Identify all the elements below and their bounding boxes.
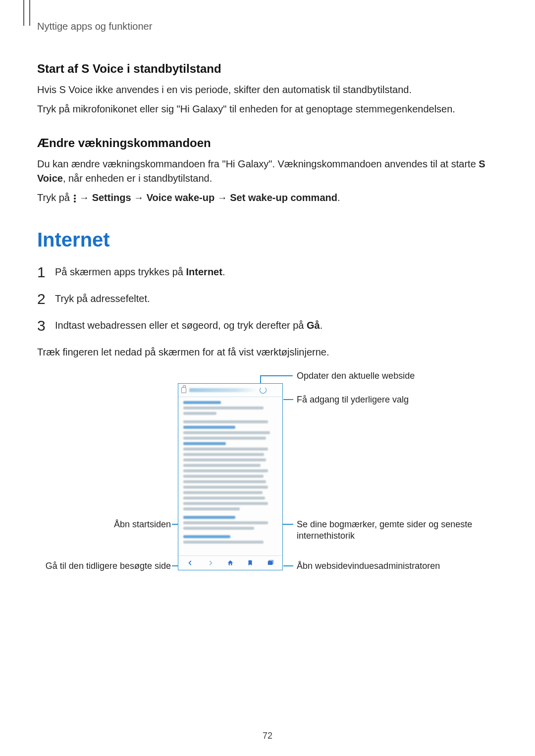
text-strong: Settings xyxy=(92,192,131,203)
callout-home: Åbn startsiden xyxy=(37,519,171,530)
callout-more-options: Få adgang til yderligere valg xyxy=(297,394,409,405)
callout-line xyxy=(260,375,293,376)
refresh-icon xyxy=(260,387,267,394)
more-options-icon xyxy=(74,195,76,202)
text-strong: Set wake-up command xyxy=(230,192,337,203)
callout-back: Gå til den tidligere besøgte side xyxy=(37,560,171,572)
browser-address-bar xyxy=(178,384,282,397)
step-1: På skærmen apps trykkes på Internet. xyxy=(37,265,498,279)
text-strong: Internet xyxy=(186,266,222,277)
page-number: 72 xyxy=(0,731,535,741)
step-3: Indtast webadressen eller et søgeord, og… xyxy=(37,318,498,332)
lock-icon xyxy=(181,387,186,393)
text-strong: Voice wake-up xyxy=(147,192,214,203)
back-icon xyxy=(187,559,194,566)
arrow: → xyxy=(77,192,92,203)
paragraph: Tryk på mikrofonikonet eller sig "Hi Gal… xyxy=(37,102,498,116)
heading-internet: Internet xyxy=(37,229,498,251)
text: . xyxy=(320,320,323,331)
callout-line xyxy=(283,399,293,400)
paragraph: Tryk på → Settings → Voice wake-up → Set… xyxy=(37,191,498,205)
text: Indtast webadressen eller et søgeord, og… xyxy=(55,320,307,331)
breadcrumb: Nyttige apps og funktioner xyxy=(37,21,498,32)
windows-icon xyxy=(267,559,274,566)
paragraph: Du kan ændre vækningskommandoen fra "Hi … xyxy=(37,157,498,186)
text: På skærmen apps trykkes på xyxy=(55,266,186,277)
callout-window-manager: Åbn websidevinduesadministratoren xyxy=(297,560,475,572)
more-area xyxy=(269,388,279,393)
forward-icon xyxy=(207,559,214,566)
callout-refresh: Opdater den aktuelle webside xyxy=(297,370,415,382)
paragraph: Træk fingeren let nedad på skærmen for a… xyxy=(37,345,498,359)
text: Du kan ændre vækningskommandoen fra "Hi … xyxy=(37,158,479,169)
text: . xyxy=(337,192,340,203)
text: , når enheden er i standbytilstand. xyxy=(63,173,212,184)
text-strong: Gå xyxy=(307,320,320,331)
phone-mockup xyxy=(178,383,283,570)
callout-bookmarks: Se dine bogmærker, gemte sider og senest… xyxy=(297,519,475,542)
step-2: Tryk på adressefeltet. xyxy=(37,292,498,305)
callout-line xyxy=(283,524,293,525)
callout-line xyxy=(172,565,178,566)
bookmark-icon xyxy=(247,559,254,566)
callout-line xyxy=(283,565,293,566)
arrow: → xyxy=(214,192,230,203)
page-tab-marker xyxy=(23,0,30,26)
heading-wake-command: Ændre vækningskommandoen xyxy=(37,136,498,150)
arrow: → xyxy=(131,192,147,203)
text: Tryk på xyxy=(37,192,73,203)
heading-svoice-standby: Start af S Voice i standbytilstand xyxy=(37,62,498,76)
browser-page-content xyxy=(178,397,282,550)
browser-diagram: Opdater den aktuelle webside Få adgang t… xyxy=(37,368,498,586)
home-icon xyxy=(227,559,234,566)
text: . xyxy=(222,266,225,277)
paragraph: Hvis S Voice ikke anvendes i en vis peri… xyxy=(37,83,498,97)
url-text-blur xyxy=(189,388,257,392)
browser-toolbar xyxy=(178,555,282,570)
